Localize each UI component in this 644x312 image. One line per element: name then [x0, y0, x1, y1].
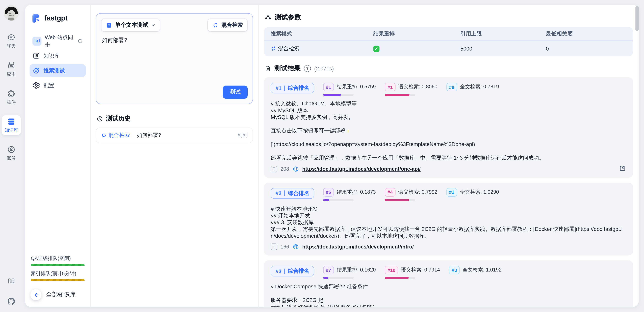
queue-progress-bar	[31, 264, 85, 266]
dataset-sidebar: fastgpt Web 站点同步知识库搜索测试配置 QA训练排队(空闲)索引排队…	[25, 5, 91, 307]
history-item[interactable]: 混合检索如何部署?刚刚	[96, 127, 253, 143]
scrollbar-thumb[interactable]	[635, 6, 639, 31]
rail-item-account[interactable]: 账号	[2, 143, 21, 163]
metric-rank-chip: #6	[323, 188, 334, 196]
param-search-mode: 混合检索	[270, 45, 373, 52]
metric-语义检索: #10语义检索: 0.7914	[385, 266, 440, 279]
rail-item-label: 知识库	[4, 127, 18, 133]
metric-rank-chip: #10	[385, 266, 398, 274]
test-params-panel: 搜索模式结果重排引用上限最低相关度 混合检索✓50000	[264, 27, 633, 56]
clipboard-icon	[264, 65, 271, 72]
rail-nav: 聊天应用插件知识库账号	[0, 31, 23, 171]
metric-label: 语义检索: 0.7914	[401, 267, 440, 274]
metric-rank-chip: #1	[446, 188, 457, 196]
metric-label: 结果重排: 0.1620	[337, 267, 376, 274]
search-mode-button[interactable]: 混合检索	[207, 19, 248, 32]
back-label: 全部知识库	[46, 291, 76, 299]
metric-label: 全文检索: 1.0290	[460, 189, 499, 196]
metric-label: 语义检索: 0.8060	[398, 83, 437, 91]
results-title: 测试结果	[274, 64, 300, 73]
metric-rank-chip: #8	[446, 83, 457, 91]
fastgpt-logo	[30, 13, 41, 24]
metric-label: 语义检索: 0.7992	[398, 189, 437, 196]
metric-progress-bar	[385, 277, 415, 279]
back-arrow-icon	[30, 289, 42, 300]
source-link[interactable]: https://doc.fastgpt.in/docs/development/…	[302, 166, 421, 172]
metric-rank-chip: #1	[323, 83, 334, 91]
sidebar-item-label: Web 站点同步	[45, 34, 74, 48]
brand: fastgpt	[30, 13, 85, 24]
rail-item-plugin[interactable]: 插件	[2, 87, 21, 107]
results-duration: (2.071s)	[314, 65, 334, 72]
history-list: 混合检索如何部署?刚刚	[96, 127, 253, 143]
left-rail: 聊天应用插件知识库账号	[0, 0, 23, 312]
result-card: #1综合排名#1结果重排: 0.5759#1语义检索: 0.8060#8全文检索…	[264, 77, 633, 178]
metric-结果重排: #1结果重排: 0.5759	[323, 83, 376, 96]
params-title: 测试参数	[275, 13, 301, 22]
back-to-all-datasets[interactable]: 全部知识库	[30, 289, 86, 300]
results-header: 测试结果 ? (2.071s)	[264, 64, 633, 73]
rail-item-label: 聊天	[7, 43, 16, 49]
result-content: # 快速开始本地开发## 开始本地开发### 3. 安装数据库第一次开发，需要先…	[270, 206, 626, 239]
rail-item-chat[interactable]: 聊天	[2, 31, 21, 51]
brand-name: fastgpt	[44, 15, 68, 23]
sidebar-item-dataset[interactable]: 知识库	[30, 49, 86, 62]
result-card: #2综合排名#6结果重排: 0.1873#4语义检索: 0.7992#1全文检索…	[264, 183, 633, 256]
run-test-button[interactable]: 测试	[222, 86, 248, 99]
metric-progress-bar	[385, 199, 415, 201]
metric-结果重排: #6结果重排: 0.1873	[323, 188, 376, 201]
token-count: 208	[280, 166, 289, 172]
metric-progress-bar	[385, 94, 415, 96]
queue-item: 索引排队(预计5分钟)	[31, 270, 85, 281]
document-icon	[106, 22, 112, 28]
result-content: # 接入微软、ChatGLM、本地模型等## MySQL 版本MySQL 版本支…	[270, 100, 626, 162]
sidebar-item-label: 配置	[44, 82, 54, 89]
param-column-header: 引用上限	[460, 30, 546, 38]
result-footer: T208https://doc.fastgpt.in/docs/developm…	[270, 166, 626, 172]
result-content: # Docker Compose 快速部署## 准备条件服务器要求：2C2G 起…	[270, 283, 626, 307]
metric-全文检索: #3全文检索: 1.0192	[449, 266, 502, 274]
sidebar-item-label: 知识库	[44, 52, 60, 60]
gear-icon	[32, 81, 40, 89]
point-down-emoji: ↓	[347, 127, 350, 134]
param-column-header: 结果重排	[374, 30, 460, 38]
rail-item-label: 应用	[7, 71, 16, 77]
param-rerank: ✓	[374, 46, 460, 52]
sidebar-item-config[interactable]: 配置	[30, 79, 86, 92]
param-column-header: 搜索模式	[270, 30, 373, 38]
docs-book-icon[interactable]	[7, 277, 16, 285]
history-query: 如何部署?	[137, 131, 161, 139]
rail-item-dataset[interactable]: 知识库	[2, 115, 21, 135]
user-avatar[interactable]	[4, 5, 19, 21]
account-icon	[7, 145, 16, 154]
help-icon[interactable]: ?	[304, 65, 311, 72]
github-icon[interactable]	[7, 297, 16, 305]
test-mode-select[interactable]: 单个文本测试	[101, 19, 160, 32]
hybrid-search-icon	[101, 132, 107, 138]
sidebar-nav: Web 站点同步知识库搜索测试配置	[30, 35, 86, 94]
avatar-image	[4, 5, 19, 21]
app: 聊天应用插件知识库账号	[0, 0, 644, 312]
app-icon	[7, 61, 16, 70]
rail-item-app[interactable]: 应用	[2, 59, 21, 79]
result-footer: T166https://doc.fastgpt.in/docs/developm…	[270, 243, 626, 250]
test-input-panel[interactable]: 单个文本测试 混合检索	[96, 13, 253, 104]
queue-status: QA训练排队(空闲)索引排队(预计5分钟)	[30, 255, 86, 285]
dataset-icon	[7, 117, 16, 126]
refresh-icon[interactable]	[77, 38, 83, 44]
chat-icon	[7, 33, 16, 42]
param-min-relevance: 0	[546, 46, 626, 52]
source-link[interactable]: https://doc.fastgpt.in/docs/development/…	[302, 244, 414, 250]
rank-badge: #3综合排名	[270, 266, 314, 276]
token-icon: T	[270, 166, 277, 172]
rail-item-label: 插件	[7, 99, 16, 105]
edit-icon[interactable]	[619, 164, 626, 172]
sidebar-item-search-test[interactable]: 搜索测试	[30, 64, 86, 77]
query-input[interactable]: 如何部署?	[102, 37, 247, 44]
sidebar-item-web-sync[interactable]: Web 站点同步	[30, 35, 86, 47]
history-search-mode: 混合检索	[101, 131, 130, 139]
queue-label: 索引排队(预计5分钟)	[31, 270, 85, 277]
metric-progress-bar	[323, 277, 354, 279]
token-count: 166	[280, 244, 289, 250]
metric-progress-bar	[323, 199, 354, 201]
